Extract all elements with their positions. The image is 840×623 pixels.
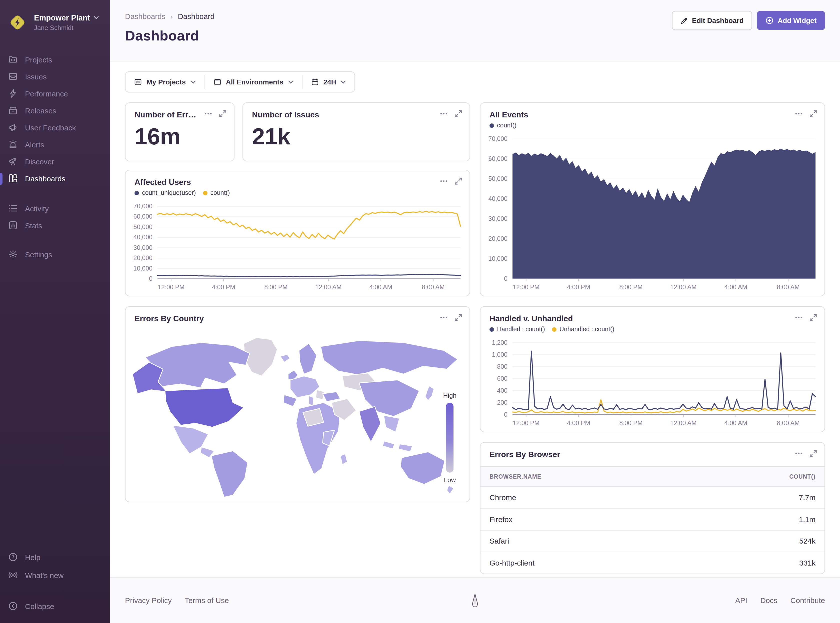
project-filter[interactable]: My Projects	[126, 72, 204, 92]
time-range-filter[interactable]: 24H	[302, 72, 354, 92]
alerts-icon	[8, 140, 18, 149]
widget-title: Handled v. Unhandled	[489, 314, 815, 323]
footer-contribute-link[interactable]: Contribute	[791, 596, 825, 605]
svg-text:20,000: 20,000	[134, 254, 152, 261]
sidebar-item-label: Projects	[25, 55, 52, 64]
widget-menu-button[interactable]	[794, 449, 803, 457]
main-area: Dashboards › Dashboard Dashboard Edit Da…	[110, 0, 840, 623]
widget-menu-button[interactable]	[440, 313, 448, 322]
map-legend-low: Low	[444, 476, 456, 483]
widget-number-of-issues: Number of Issues 21k	[243, 103, 470, 161]
discover-icon	[8, 157, 18, 166]
footer-api-link[interactable]: API	[735, 596, 747, 605]
sidebar-item-label: Help	[25, 553, 40, 561]
widget-menu-button[interactable]	[440, 177, 448, 185]
sidebar-item-discover[interactable]: Discover	[8, 153, 102, 170]
svg-text:30,000: 30,000	[489, 215, 508, 222]
widget-menu-button[interactable]	[794, 109, 803, 118]
environment-filter-icon	[213, 78, 221, 86]
legend-dot	[203, 190, 207, 195]
svg-text:600: 600	[497, 375, 508, 382]
legend-item[interactable]: count()	[203, 189, 230, 196]
widget-expand-button[interactable]	[454, 313, 463, 322]
chart-legend: Handled : count()Unhandled : count()	[480, 326, 825, 333]
widget-expand-button[interactable]	[809, 313, 817, 322]
sidebar-item-activity[interactable]: Activity	[8, 200, 102, 217]
footer-left-links: Privacy PolicyTerms of Use	[125, 596, 229, 605]
pencil-icon	[680, 17, 688, 24]
sidebar-item-settings[interactable]: Settings	[8, 246, 102, 263]
nav-collapse-list: Collapse	[8, 597, 102, 615]
svg-text:0: 0	[149, 275, 152, 282]
sidebar-item-alerts[interactable]: Alerts	[8, 136, 102, 153]
legend-item[interactable]: count()	[489, 122, 517, 129]
widget-title: Errors By Country	[134, 314, 460, 323]
footer-privacy-policy-link[interactable]: Privacy Policy	[125, 596, 172, 605]
table-row[interactable]: Go-http-client331k	[480, 552, 825, 574]
legend-item[interactable]: Handled : count()	[489, 326, 545, 333]
sidebar-nav: ProjectsIssuesPerformanceReleasesUser Fe…	[0, 51, 110, 263]
sidebar-item-label: User Feedback	[25, 123, 76, 132]
sidebar-item-projects[interactable]: Projects	[8, 51, 102, 68]
legend-label: Unhandled : count()	[560, 326, 614, 333]
legend-item[interactable]: count_unique(user)	[134, 189, 196, 196]
widget-menu-button[interactable]	[794, 313, 803, 322]
sidebar-item-issues[interactable]: Issues	[8, 68, 102, 85]
breadcrumb-dashboards-link[interactable]: Dashboards	[125, 12, 166, 20]
table-row[interactable]: Safari524k	[480, 530, 825, 552]
footer-docs-link[interactable]: Docs	[760, 596, 777, 605]
footer-terms-of-use-link[interactable]: Terms of Use	[185, 596, 229, 605]
page-header: Dashboards › Dashboard Dashboard Edit Da…	[110, 0, 840, 61]
table-row[interactable]: Chrome7.7m	[480, 486, 825, 509]
svg-text:8:00 AM: 8:00 AM	[777, 419, 800, 427]
widget-expand-button[interactable]	[454, 109, 463, 118]
footer-right-links: APIDocsContribute	[735, 596, 825, 605]
svg-text:800: 800	[497, 363, 508, 370]
nav-secondary-list: ActivityStats	[8, 200, 102, 234]
legend-item[interactable]: Unhandled : count()	[552, 326, 614, 333]
environment-filter[interactable]: All Environments	[205, 72, 302, 92]
whats-new-icon	[8, 570, 18, 580]
plus-circle-icon	[766, 17, 774, 25]
page-title: Dashboard	[125, 28, 825, 44]
edit-dashboard-button[interactable]: Edit Dashboard	[672, 11, 752, 30]
sidebar-item-performance[interactable]: Performance	[8, 85, 102, 102]
widget-expand-button[interactable]	[809, 449, 817, 457]
svg-text:4:00 AM: 4:00 AM	[724, 419, 747, 427]
sidebar-item-dashboards[interactable]: Dashboards	[8, 170, 102, 187]
svg-text:4:00 AM: 4:00 AM	[724, 284, 747, 290]
legend-label: count_unique(user)	[142, 189, 196, 196]
add-widget-button[interactable]: Add Widget	[757, 11, 825, 30]
chevron-down-icon	[288, 80, 293, 84]
svg-text:12:00 PM: 12:00 PM	[513, 419, 540, 427]
sidebar-item-collapse[interactable]: Collapse	[8, 597, 102, 615]
svg-text:8:00 PM: 8:00 PM	[264, 284, 288, 290]
widget-expand-button[interactable]	[218, 109, 227, 118]
widget-menu-button[interactable]	[440, 109, 448, 118]
projects-icon	[8, 54, 18, 64]
widget-expand-button[interactable]	[454, 177, 463, 185]
sidebar-item-help[interactable]: Help	[8, 548, 102, 566]
count-cell: 7.7m	[799, 493, 815, 502]
widget-menu-button[interactable]	[204, 109, 212, 118]
browser-name-cell: Firefox	[489, 515, 512, 523]
svg-text:50,000: 50,000	[489, 175, 508, 182]
sidebar-item-releases[interactable]: Releases	[8, 102, 102, 119]
widget-expand-button[interactable]	[809, 109, 817, 118]
sidebar-item-label: Stats	[25, 221, 42, 230]
sidebar-item-label: Activity	[25, 204, 49, 213]
sidebar-item-stats[interactable]: Stats	[8, 217, 102, 234]
sidebar-item-user-feedback[interactable]: User Feedback	[8, 119, 102, 136]
sidebar-item-what-s-new[interactable]: What's new	[8, 566, 102, 584]
all-events-chart: 010,00020,00030,00040,00050,00060,00070,…	[483, 135, 820, 294]
table-row[interactable]: Firefox1.1m	[480, 509, 825, 531]
svg-text:50,000: 50,000	[134, 223, 152, 230]
count-cell: 1.1m	[799, 515, 815, 523]
header-actions: Edit Dashboard Add Widget	[672, 11, 825, 30]
org-switcher[interactable]: Empower Plant Jane Schmidt	[0, 9, 110, 33]
svg-text:8:00 AM: 8:00 AM	[422, 284, 445, 290]
widget-title: Errors By Browser	[489, 450, 815, 459]
svg-text:30,000: 30,000	[134, 244, 152, 251]
svg-text:12:00 AM: 12:00 AM	[670, 284, 697, 290]
user-name: Jane Schmidt	[34, 24, 99, 32]
